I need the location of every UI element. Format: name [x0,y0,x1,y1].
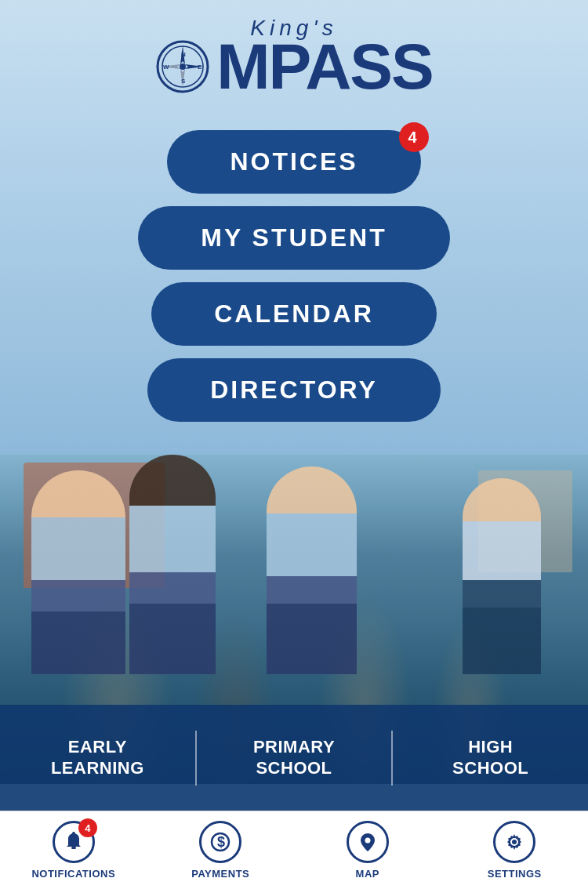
early-learning-section[interactable]: EARLYLEARNING [0,705,195,811]
directory-label: DIRECTORY [210,376,378,404]
primary-school-label: PRIMARYSCHOOL [253,737,335,778]
compass-icon-svg: N S E W [155,39,210,94]
svg-text:S: S [181,78,186,85]
nav-notifications[interactable]: 4 NOTIFICATIONS [0,821,147,880]
svg-rect-11 [71,847,76,849]
my-student-label: MY STUDENT [201,223,387,252]
student4 [463,478,541,674]
nav-settings[interactable]: SETTINGS [441,821,589,880]
bottom-navigation: 4 NOTIFICATIONS $ PAYMENTS MAP [0,811,588,889]
map-icon-circle [347,821,389,863]
payments-label: PAYMENTS [191,868,249,880]
notifications-badge: 4 [78,818,97,837]
notices-button[interactable]: NOTICES 4 [167,130,420,194]
gear-icon [503,831,525,853]
notices-label: NOTICES [230,147,358,176]
nav-payments[interactable]: $ PAYMENTS [147,821,295,880]
app-header: King's N S E W MPASS [0,16,588,422]
svg-text:W: W [163,64,169,71]
directory-button[interactable]: DIRECTORY [147,358,441,422]
logo-container: King's N S E W MPASS [155,16,433,99]
map-pin-icon [357,831,379,853]
school-sections-bar: EARLYLEARNING PRIMARYSCHOOL HIGHSCHOOL [0,705,588,811]
high-school-label: HIGHSCHOOL [452,737,528,778]
settings-label: SETTINGS [488,868,542,880]
main-nav-buttons: NOTICES 4 MY STUDENT CALENDAR DIRECTORY [138,130,449,422]
dollar-icon: $ [209,831,231,853]
svg-text:N: N [181,51,186,58]
notifications-label: NOTIFICATIONS [31,868,115,880]
svg-point-15 [365,838,370,844]
high-school-section[interactable]: HIGHSCHOOL [393,705,588,811]
svg-point-12 [72,832,75,835]
notices-badge: 4 [399,122,429,152]
notifications-icon-circle: 4 [53,821,95,863]
svg-point-16 [512,840,517,844]
map-label: MAP [356,868,379,880]
svg-text:E: E [198,64,202,71]
compass-text: MPASS [216,34,433,99]
student3 [267,466,357,674]
calendar-label: CALENDAR [214,299,374,328]
svg-point-6 [180,64,186,70]
settings-icon-circle [493,821,535,863]
payments-icon-circle: $ [199,821,241,863]
my-student-button[interactable]: MY STUDENT [138,206,449,270]
student2 [129,455,216,674]
nav-map[interactable]: MAP [294,821,441,880]
compass-logo: N S E W MPASS [155,34,433,99]
primary-school-section[interactable]: PRIMARYSCHOOL [197,705,392,811]
svg-text:$: $ [217,834,225,850]
student1 [31,470,125,674]
early-learning-label: EARLYLEARNING [51,737,144,778]
calendar-button[interactable]: CALENDAR [151,282,437,346]
